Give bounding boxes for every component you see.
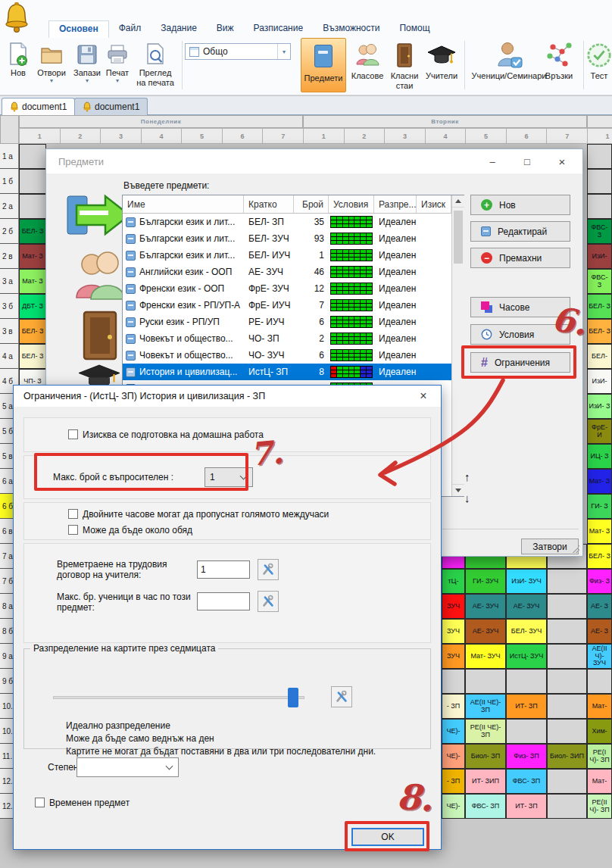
timetable-cell[interactable]: Биол- ЗИП bbox=[547, 744, 587, 769]
row-label-2а[interactable]: 2 а bbox=[0, 194, 19, 219]
timetable-cell[interactable]: БЕЛ- З bbox=[19, 344, 46, 369]
timetable-cell[interactable]: ФВС- З bbox=[587, 269, 612, 294]
timetable-cell[interactable]: РЕ(II ЧЕ)- ЗП bbox=[465, 719, 506, 744]
row-label-1б[interactable]: 1 б bbox=[0, 169, 19, 194]
document-tab-1[interactable]: document1 bbox=[2, 98, 75, 115]
menu-item-Основен[interactable]: Основен bbox=[48, 20, 109, 38]
timetable-cell[interactable]: Мат- bbox=[587, 769, 612, 794]
timetable-cell[interactable] bbox=[547, 769, 587, 794]
column-header-1[interactable]: Име bbox=[123, 195, 244, 214]
timetable-cell[interactable]: БЕЛ- З bbox=[587, 294, 612, 319]
remove-subject-button[interactable]: − Премахни bbox=[470, 248, 570, 268]
around-noon-checkbox[interactable] bbox=[68, 525, 78, 535]
ribbon-classrooms-button[interactable]: Класнистаи bbox=[387, 39, 422, 90]
timetable-cell[interactable]: РЕ(II Ч)- ЗП bbox=[587, 794, 612, 819]
timetable-cell[interactable]: БЕЛ- З bbox=[587, 319, 612, 344]
new-subject-button[interactable]: + Нов bbox=[470, 195, 570, 215]
ribbon-print-button[interactable]: Печат ▾ bbox=[104, 41, 131, 84]
timetable-cell[interactable]: ИТ- ЗИП bbox=[465, 769, 506, 794]
timetable-cell[interactable]: Мат- З bbox=[19, 244, 46, 269]
timetable-cell[interactable] bbox=[587, 669, 612, 694]
timetable-cell[interactable]: АЕ- З bbox=[587, 594, 612, 619]
ribbon-new-button[interactable]: Нов bbox=[5, 41, 32, 78]
timetable-cell[interactable] bbox=[547, 594, 587, 619]
timetable-cell[interactable]: ГИ- ЗУЧ bbox=[465, 569, 506, 594]
timetable-cell[interactable]: ГИ- З bbox=[587, 494, 612, 519]
timetable-cell[interactable]: Мат- З bbox=[587, 469, 612, 494]
timetable-cell[interactable] bbox=[547, 619, 587, 644]
timetable-cell[interactable] bbox=[587, 194, 612, 219]
timetable-cell[interactable]: ЗУЧ bbox=[442, 619, 465, 644]
timetable-cell[interactable]: Хим- bbox=[587, 719, 612, 744]
column-header-4[interactable]: Условия bbox=[329, 195, 374, 214]
close-subjects-button[interactable]: Затвори bbox=[521, 539, 579, 554]
timetable-cell[interactable]: АЕ- ЗУЧ bbox=[465, 619, 506, 644]
temporary-subject-checkbox[interactable] bbox=[35, 798, 45, 807]
timetable-cell[interactable]: ФВС- ЗП bbox=[465, 794, 506, 819]
document-tab-2[interactable]: document1 bbox=[74, 98, 148, 115]
timetable-cell[interactable]: - ЗП bbox=[442, 694, 465, 719]
ribbon-test-button[interactable]: Тест bbox=[586, 39, 612, 81]
timetable-cell[interactable]: ЧЕ)- bbox=[442, 719, 465, 744]
timetable-cell[interactable]: Мат- ЗУЧ bbox=[465, 644, 506, 669]
ribbon-subjects-button[interactable]: Предмети bbox=[301, 38, 346, 92]
timetable-cell[interactable]: ФВС- ЗП bbox=[506, 769, 547, 794]
minimize-icon[interactable]: – bbox=[481, 154, 504, 169]
ribbon-teachers-button[interactable]: Учители bbox=[423, 39, 461, 81]
restrictions-dialog-titlebar[interactable]: Ограничения - (ИстЦ- ЗП) История и цивил… bbox=[14, 386, 441, 407]
column-header-5[interactable]: Разпре... bbox=[374, 195, 417, 214]
homework-checkbox[interactable] bbox=[68, 429, 78, 439]
timetable-cell[interactable]: Мат- bbox=[587, 694, 612, 719]
timetable-cell[interactable]: Физ- ЗП bbox=[506, 744, 547, 769]
ribbon-classes-button[interactable]: Класове bbox=[348, 39, 387, 81]
grade-select[interactable] bbox=[76, 757, 179, 777]
ribbon-open-button[interactable]: Отвори ▾ bbox=[33, 41, 70, 84]
row-label-1а[interactable]: 1 а bbox=[0, 144, 19, 169]
column-header-6[interactable]: Изиск bbox=[417, 195, 451, 214]
subjects-dialog-titlebar[interactable]: Предмети – □ × bbox=[46, 149, 582, 173]
timetable-cell[interactable]: БЕЛ- ЗУЧ bbox=[506, 619, 547, 644]
timetable-cell[interactable]: ФВС- З bbox=[587, 219, 612, 244]
timetable-cell[interactable]: ЗУЧ bbox=[442, 644, 465, 669]
timetable-cell[interactable]: Биол- ЗП bbox=[465, 744, 506, 769]
menu-item-Виж[interactable]: Виж bbox=[207, 20, 244, 38]
timetable-cell[interactable]: АЕ- ЗУЧ bbox=[465, 594, 506, 619]
print-dropdown-caret-icon[interactable]: ▾ bbox=[104, 78, 131, 84]
timetable-cell[interactable]: тЦ- bbox=[442, 569, 465, 594]
menu-item-Файл[interactable]: Файл bbox=[109, 20, 151, 38]
timetable-cell[interactable]: БЕЛ- З bbox=[587, 544, 612, 569]
max-students-wrench-button[interactable] bbox=[258, 591, 279, 612]
timetable-cell[interactable] bbox=[19, 194, 46, 219]
contract-wrench-button[interactable] bbox=[258, 559, 279, 580]
timetable-cell[interactable]: БЕЛ- З bbox=[19, 319, 46, 344]
timetable-cell[interactable]: РЕ(I Ч)- ЗП bbox=[587, 744, 612, 769]
timetable-cell[interactable]: ДБТ- З bbox=[19, 294, 46, 319]
timetable-cell[interactable]: ИЦ- З bbox=[587, 444, 612, 469]
row-label-4а[interactable]: 4 а bbox=[0, 344, 19, 369]
ribbon-save-button[interactable]: Запази ▾ bbox=[71, 41, 103, 84]
subject-row-БЕЛ-ЗУЧ[interactable]: Български език и лит...БЕЛ- ЗУЧ93Идеален bbox=[123, 230, 451, 247]
timetable-cell[interactable]: ИТ- ЗП bbox=[506, 794, 547, 819]
close-icon[interactable]: × bbox=[551, 154, 573, 169]
row-label-2в[interactable]: 2 в bbox=[0, 244, 19, 269]
subject-row-РЕ-ИУЧ[interactable]: Руски език - РП/УПРЕ- ИУЧ6Идеален bbox=[123, 314, 451, 330]
scrollbar-thumb[interactable] bbox=[454, 211, 463, 264]
timetable-cell[interactable]: АЕ(II Ч)- ЗУЧ bbox=[587, 644, 612, 669]
timetable-cell[interactable]: ФрЕ- И bbox=[587, 419, 612, 444]
subject-row-БЕЛ-ЗП[interactable]: Български език и лит...БЕЛ- ЗП35Идеален bbox=[123, 214, 451, 230]
timetable-cell[interactable] bbox=[587, 169, 612, 194]
timetable-cell[interactable]: БЕЛ- З bbox=[19, 219, 46, 244]
column-header-2[interactable]: Кратко bbox=[244, 195, 294, 214]
view-mode-dropdown-icon[interactable]: ▾ bbox=[277, 44, 290, 59]
subject-row-АЕ-ЗУЧ[interactable]: Английски език - ООПАЕ- ЗУЧ46Идеален bbox=[123, 264, 451, 280]
row-label-3б[interactable]: 3 б bbox=[0, 294, 19, 319]
ribbon-students-button[interactable]: Ученици/Семинари bbox=[467, 39, 551, 81]
row-label-3в[interactable]: 3 в bbox=[0, 319, 19, 344]
timetable-cell[interactable] bbox=[506, 719, 547, 744]
timetable-cell[interactable]: ИзИ- З bbox=[587, 394, 612, 419]
timetable-cell[interactable]: АЕ- ЗУЧ bbox=[506, 594, 547, 619]
menu-item-Задание[interactable]: Задание bbox=[151, 20, 207, 38]
timetable-cell[interactable]: ИТ- ЗП bbox=[506, 694, 547, 719]
move-up-icon[interactable]: ↑ bbox=[464, 470, 470, 483]
timetable-cell[interactable]: ЧЕ)- bbox=[442, 744, 465, 769]
